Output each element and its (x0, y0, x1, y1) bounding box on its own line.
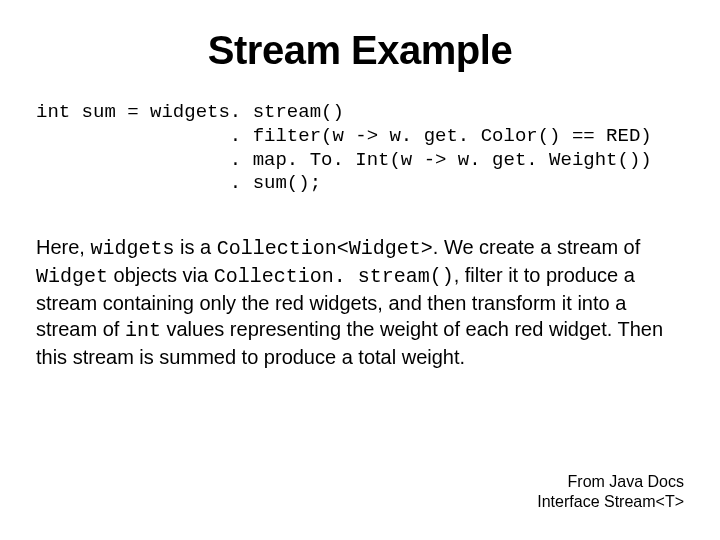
body-text-3: . We create a stream of (433, 236, 641, 258)
code-line-2: . filter(w -> w. get. Color() == RED) (36, 125, 652, 147)
code-block: int sum = widgets. stream() . filter(w -… (36, 101, 684, 196)
body-text-1: Here, (36, 236, 90, 258)
body-code-3: Widget (36, 265, 108, 288)
code-line-4: . sum(); (36, 172, 321, 194)
footer-attribution: From Java Docs Interface Stream<T> (537, 472, 684, 512)
body-text-4: objects via (108, 264, 214, 286)
code-line-3: . map. To. Int(w -> w. get. Weight()) (36, 149, 652, 171)
body-text-2: is a (174, 236, 216, 258)
footer-line-1: From Java Docs (537, 472, 684, 492)
footer-line-2: Interface Stream<T> (537, 492, 684, 512)
code-line-1: int sum = widgets. stream() (36, 101, 344, 123)
slide-title: Stream Example (36, 28, 684, 73)
body-code-2: Collection<Widget> (217, 237, 433, 260)
body-code-4: Collection. stream() (214, 265, 454, 288)
body-code-5: int (125, 319, 161, 342)
body-paragraph: Here, widgets is a Collection<Widget>. W… (36, 234, 684, 370)
body-code-1: widgets (90, 237, 174, 260)
